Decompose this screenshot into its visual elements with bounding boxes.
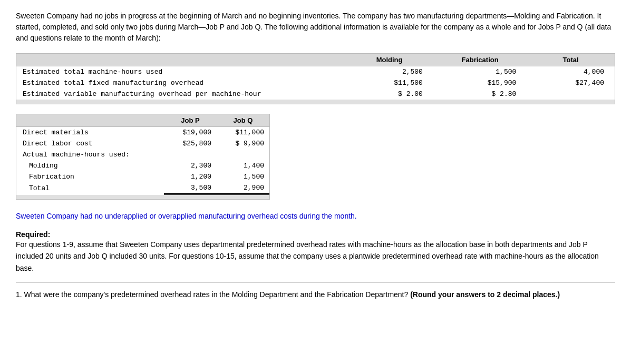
row-molding-machine-hours: 2,500 xyxy=(345,66,433,78)
row-jobp-molding-hours: 2,300 xyxy=(164,160,217,171)
row-jobq-molding-hours: 1,400 xyxy=(217,160,269,171)
row-molding-fixed-overhead: $11,500 xyxy=(345,77,433,88)
row-fabrication-machine-hours: 1,500 xyxy=(433,66,527,78)
row-label-direct-labor: Direct labor cost xyxy=(16,138,164,149)
table-row: Direct labor cost $25,800 $ 9,900 xyxy=(16,138,269,149)
row-molding-variable-overhead: $ 2.00 xyxy=(345,88,433,100)
job-table-jobq-header: Job Q xyxy=(217,114,269,127)
required-section: Required: For questions 1-9, assume that… xyxy=(16,230,615,274)
row-jobp-direct-materials: $19,000 xyxy=(164,127,217,139)
row-jobq-fabrication-hours: 1,500 xyxy=(217,171,269,182)
row-jobp-total-hours: 3,500 xyxy=(164,182,217,194)
required-body: For questions 1-9, assume that Sweeten C… xyxy=(16,240,599,272)
row-jobq-direct-materials: $11,000 xyxy=(217,127,269,139)
upper-table-molding-header: Molding xyxy=(345,54,433,66)
row-jobp-fabrication-hours: 1,200 xyxy=(164,171,217,182)
table-row: Estimated total machine-hours used 2,500… xyxy=(16,66,615,78)
table-row: Estimated variable manufacturing overhea… xyxy=(16,88,615,100)
row-jobp-direct-labor: $25,800 xyxy=(164,138,217,149)
row-label-fabrication-hours: Fabrication xyxy=(16,171,164,182)
row-label-machine-hours: Estimated total machine-hours used xyxy=(16,66,345,78)
table-row: Molding 2,300 1,400 xyxy=(16,160,269,171)
job-table-jobp-header: Job P xyxy=(164,114,217,127)
row-jobp-actual-hours xyxy=(164,149,217,160)
question-1-section: 1. What were the company's predetermined… xyxy=(16,282,615,300)
row-label-total-hours: Total xyxy=(16,182,164,194)
row-total-machine-hours: 4,000 xyxy=(527,66,615,78)
job-table-empty-header xyxy=(16,114,164,127)
row-label-fixed-overhead: Estimated total fixed manufacturing over… xyxy=(16,77,345,88)
table-row: Direct materials $19,000 $11,000 xyxy=(16,127,269,139)
row-fabrication-fixed-overhead: $15,900 xyxy=(433,77,527,88)
table-scrollbar xyxy=(16,100,615,104)
required-label: Required: xyxy=(16,230,50,239)
job-table-section: Job P Job Q Direct materials $19,000 $11… xyxy=(16,114,270,200)
row-jobq-total-hours: 2,900 xyxy=(217,182,269,194)
row-label-direct-materials: Direct materials xyxy=(16,127,164,139)
question-1-bold: (Round your answers to 2 decimal places.… xyxy=(410,290,560,299)
intro-paragraph: Sweeten Company had no jobs in progress … xyxy=(16,11,615,44)
job-table: Job P Job Q Direct materials $19,000 $11… xyxy=(16,114,269,195)
row-label-actual-hours: Actual machine-hours used: xyxy=(16,149,164,160)
table-row: Estimated total fixed manufacturing over… xyxy=(16,77,615,88)
table-row: Fabrication 1,200 1,500 xyxy=(16,171,269,182)
row-total-variable-overhead xyxy=(527,88,615,100)
upper-table-fabrication-header: Fabrication xyxy=(433,54,527,66)
no-overhead-statement: Sweeten Company had no underapplied or o… xyxy=(16,211,615,222)
upper-table-total-header: Total xyxy=(527,54,615,66)
table-row: Total 3,500 2,900 xyxy=(16,182,269,194)
row-total-fixed-overhead: $27,400 xyxy=(527,77,615,88)
upper-table: Molding Fabrication Total Estimated tota… xyxy=(16,54,615,100)
row-jobq-actual-hours xyxy=(217,149,269,160)
row-label-variable-overhead: Estimated variable manufacturing overhea… xyxy=(16,88,345,100)
upper-table-section: Molding Fabrication Total Estimated tota… xyxy=(16,53,615,104)
row-jobq-direct-labor: $ 9,900 xyxy=(217,138,269,149)
row-label-molding-hours: Molding xyxy=(16,160,164,171)
upper-table-empty-header xyxy=(16,54,345,66)
row-fabrication-variable-overhead: $ 2.80 xyxy=(433,88,527,100)
table-row: Actual machine-hours used: xyxy=(16,149,269,160)
question-1-prefix: 1. What were the company's predetermined… xyxy=(16,290,408,299)
job-table-scrollbar xyxy=(16,195,269,199)
